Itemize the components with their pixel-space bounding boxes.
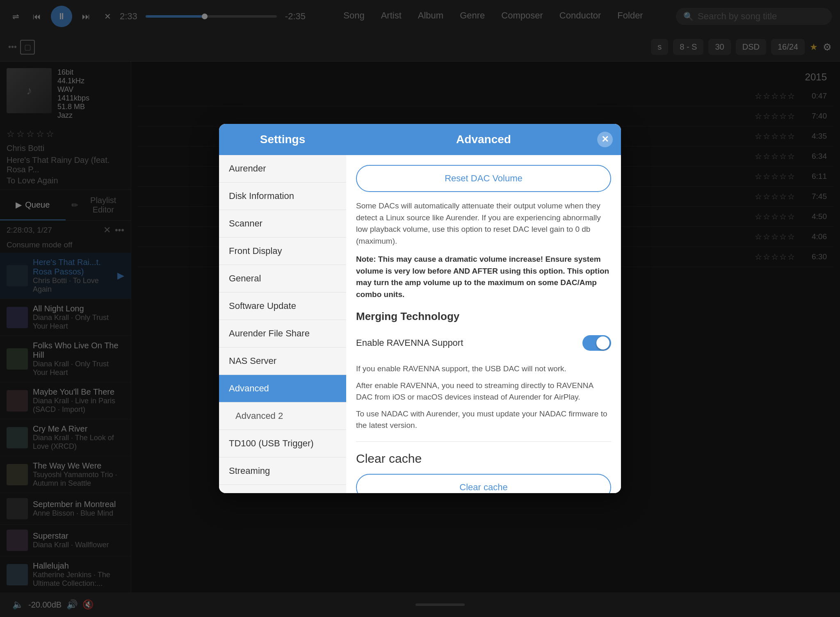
settings-item-advanced[interactable]: Advanced [219,375,346,402]
dialog-container: Settings Aurender Disk Information Scann… [219,124,621,493]
advanced-content: Reset DAC Volume Some DACs will automati… [346,155,621,493]
settings-item-disk-information[interactable]: Disk Information [219,183,346,210]
settings-item-advanced-2[interactable]: Advanced 2 [219,402,346,430]
reset-dac-warning: Note: This may cause a dramatic volume i… [356,254,611,300]
settings-item-acs[interactable]: ACS [219,485,346,493]
settings-item-streaming[interactable]: Streaming [219,457,346,485]
settings-item-front-display[interactable]: Front Display [219,238,346,265]
dialog-overlay: Settings Aurender Disk Information Scann… [0,0,840,617]
advanced-title: Advanced [456,133,511,146]
clear-cache-title: Clear cache [356,452,611,466]
settings-header: Settings [219,124,346,155]
ravenna-info-1: If you enable RAVENNA support, the USB D… [356,363,611,375]
settings-item-aurender-file-share[interactable]: Aurender File Share [219,320,346,347]
settings-sidebar: Settings Aurender Disk Information Scann… [219,124,346,493]
toggle-knob [596,336,609,350]
close-button[interactable]: ✕ [597,132,613,147]
settings-item-general[interactable]: General [219,265,346,293]
ravenna-info-3: To use NADAC with Aurender, you must upd… [356,408,611,432]
clear-cache-button[interactable]: Clear cache [356,474,611,494]
settings-item-nas-server[interactable]: NAS Server [219,347,346,375]
advanced-panel: Advanced ✕ Reset DAC Volume Some DACs wi… [346,124,621,493]
settings-item-scanner[interactable]: Scanner [219,210,346,238]
settings-item-aurender[interactable]: Aurender [219,155,346,183]
settings-item-td100[interactable]: TD100 (USB Trigger) [219,430,346,457]
reset-dac-info: Some DACs will automatically attenuate t… [356,200,611,247]
ravenna-toggle[interactable] [582,335,611,351]
settings-menu: Aurender Disk Information Scanner Front … [219,155,346,493]
ravenna-info-2: After enable RAVENNA, you need to stream… [356,380,611,403]
ravenna-toggle-label: Enable RAVENNA Support [356,338,463,348]
reset-dac-button[interactable]: Reset DAC Volume [356,165,611,192]
ravenna-toggle-row: Enable RAVENNA Support [356,331,611,355]
settings-item-software-update[interactable]: Software Update [219,293,346,320]
section-divider [356,441,611,442]
merging-section-title: Merging Technology [356,310,611,323]
advanced-header: Advanced ✕ [346,124,621,155]
